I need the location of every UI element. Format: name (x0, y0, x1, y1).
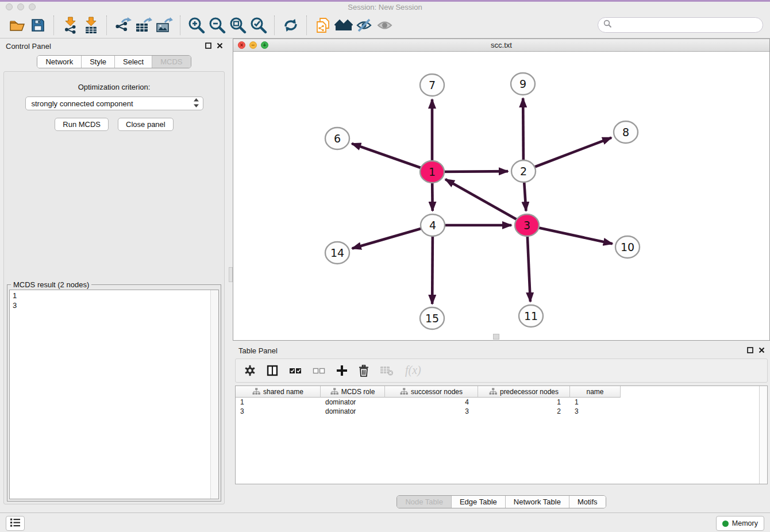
trash-icon[interactable] (359, 365, 369, 377)
graph-edge-3-1[interactable] (445, 179, 527, 225)
export-network-icon[interactable] (113, 16, 133, 35)
import-table-icon[interactable] (80, 16, 101, 35)
graph-node-15[interactable]: 15 (420, 307, 444, 329)
graph-edge-4-15[interactable] (432, 225, 433, 304)
memory-button[interactable]: Memory (716, 516, 764, 531)
close-window-button[interactable] (6, 3, 13, 10)
graph-edge-3-10[interactable] (527, 225, 613, 244)
graph-edge-2-8[interactable] (523, 138, 611, 171)
table-tab-node-table[interactable]: Node Table (397, 496, 451, 508)
close-panel-button[interactable]: Close panel (118, 118, 174, 131)
table-scrollbar[interactable] (759, 386, 767, 484)
column-header-shared-name[interactable]: shared name (236, 386, 321, 398)
result-line: 3 (13, 300, 215, 310)
search-field[interactable] (598, 17, 763, 33)
table-panel: Table Panel f(x) shared nameMCDS rolesuc… (233, 343, 770, 512)
status-bar: Memory (0, 512, 770, 532)
zoom-selected-icon[interactable] (248, 16, 269, 35)
graph-edge-1-6[interactable] (352, 144, 432, 172)
node-table: shared nameMCDS rolesuccessor nodesprede… (235, 385, 768, 484)
deselect-all-icon[interactable] (313, 366, 325, 375)
tab-select[interactable]: Select (114, 56, 152, 68)
columns-icon[interactable] (267, 365, 278, 376)
close-table-panel-icon[interactable] (759, 347, 765, 353)
graph-node-3[interactable]: 3 (515, 214, 539, 236)
table-row[interactable]: 3dominator323 (236, 407, 767, 416)
float-table-panel-icon[interactable] (747, 347, 753, 353)
network-file-icon[interactable] (313, 16, 333, 35)
zoom-window-button[interactable] (29, 3, 36, 10)
splitter-grip[interactable] (229, 267, 233, 282)
open-file-icon[interactable] (7, 16, 28, 35)
tree-icon (489, 388, 497, 395)
search-input[interactable] (615, 20, 763, 30)
canvas-scroll-handle[interactable] (493, 334, 499, 340)
optimization-criterion-select[interactable]: strongly connected component (25, 97, 203, 110)
export-image-icon[interactable] (154, 16, 175, 35)
toolbar-separator (306, 16, 307, 35)
column-label: successor nodes (411, 388, 463, 396)
graph-node-7[interactable]: 7 (420, 74, 444, 96)
hide-selected-icon[interactable] (354, 16, 375, 35)
refresh-icon[interactable] (280, 16, 301, 35)
gear-icon[interactable] (244, 365, 256, 376)
maximize-view-button[interactable] (261, 41, 268, 49)
task-history-button[interactable] (6, 516, 25, 531)
graph-node-8[interactable]: 8 (614, 121, 638, 143)
svg-text:2: 2 (520, 165, 527, 178)
close-panel-icon[interactable] (217, 43, 223, 49)
export-table-icon[interactable] (133, 16, 154, 35)
table-cell: 3 (385, 407, 478, 416)
graph-node-2[interactable]: 2 (511, 160, 536, 182)
zoom-out-icon[interactable] (207, 16, 228, 35)
zoom-fit-icon[interactable] (228, 16, 248, 35)
svg-text:11: 11 (524, 310, 538, 322)
column-header-name[interactable]: name (570, 386, 621, 398)
table-row[interactable]: 1dominator411 (236, 398, 767, 407)
column-header-predecessor-nodes[interactable]: predecessor nodes (478, 386, 570, 398)
add-row-icon[interactable] (336, 365, 348, 376)
svg-text:10: 10 (621, 241, 634, 253)
graph-node-11[interactable]: 11 (519, 305, 543, 327)
control-panel-tabs: NetworkStyleSelectMCDS (0, 55, 228, 68)
table-tab-edge-table[interactable]: Edge Table (451, 496, 505, 508)
tab-style[interactable]: Style (81, 56, 114, 68)
column-label: name (586, 388, 603, 396)
network-window-title-bar[interactable]: scc.txt (233, 39, 769, 52)
table-header-row: shared nameMCDS rolesuccessor nodesprede… (236, 386, 767, 398)
column-header-MCDS-role[interactable]: MCDS role (321, 386, 385, 398)
network-window-controls (238, 41, 268, 49)
result-scrollbar[interactable] (210, 290, 218, 499)
control-panel-title: Control Panel (6, 42, 51, 51)
column-header-successor-nodes[interactable]: successor nodes (385, 386, 478, 398)
graph-node-6[interactable]: 6 (325, 128, 349, 149)
graph-node-4[interactable]: 4 (421, 214, 445, 236)
run-mcds-button[interactable]: Run MCDS (55, 118, 109, 131)
import-network-icon[interactable] (60, 16, 80, 35)
save-session-icon[interactable] (28, 16, 48, 35)
tab-network[interactable]: Network (37, 56, 81, 68)
minimize-window-button[interactable] (17, 3, 24, 10)
network-canvas[interactable]: 7968124314101511 (233, 52, 769, 340)
select-all-icon[interactable] (289, 366, 302, 375)
svg-text:1: 1 (429, 165, 436, 178)
graph-node-10[interactable]: 10 (615, 236, 640, 258)
table-tabs: Node TableEdge TableNetwork TableMotifs (233, 495, 770, 508)
tab-mcds[interactable]: MCDS (152, 56, 190, 68)
first-neighbors-icon[interactable] (333, 16, 354, 35)
table-tab-network-table[interactable]: Network Table (505, 496, 569, 508)
graph-node-1[interactable]: 1 (420, 161, 444, 183)
close-view-button[interactable] (238, 41, 245, 49)
mcds-result-area[interactable]: 13 (9, 290, 219, 499)
show-all-icon[interactable] (375, 16, 395, 35)
selected-criterion: strongly connected component (32, 99, 194, 108)
graph-node-14[interactable]: 14 (325, 242, 349, 264)
minimize-view-button[interactable] (249, 41, 257, 49)
zoom-in-icon[interactable] (186, 16, 207, 35)
table-tab-motifs[interactable]: Motifs (569, 496, 606, 508)
panel-splitter[interactable] (228, 38, 233, 512)
tree-icon (400, 388, 408, 395)
float-panel-icon[interactable] (205, 43, 211, 49)
graph-node-9[interactable]: 9 (511, 73, 535, 95)
svg-text:6: 6 (334, 132, 341, 145)
